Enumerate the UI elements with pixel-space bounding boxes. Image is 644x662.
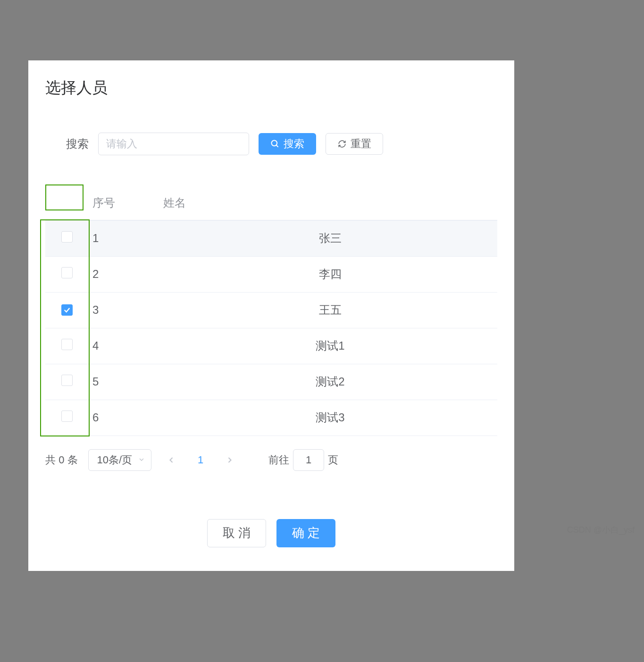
current-page[interactable]: 1	[191, 454, 210, 466]
search-label: 搜索	[66, 136, 89, 151]
search-icon	[270, 139, 280, 149]
table-row[interactable]: 5 测试2	[45, 364, 497, 400]
row-checkbox[interactable]	[61, 375, 73, 386]
cell-index: 4	[90, 328, 160, 364]
modal-title: 选择人员	[28, 77, 514, 99]
svg-point-0	[272, 141, 277, 146]
modal-footer: 取 消 确 定	[28, 519, 514, 547]
cancel-button[interactable]: 取 消	[207, 519, 266, 547]
cell-name: 测试1	[160, 328, 497, 364]
page-size-select[interactable]: 10条/页	[88, 449, 152, 471]
table-row[interactable]: 1 张三	[45, 220, 497, 256]
table-row[interactable]: 4 测试1	[45, 328, 497, 364]
col-name-header: 姓名	[160, 185, 497, 220]
row-checkbox[interactable]	[61, 411, 73, 422]
reset-icon	[337, 139, 347, 149]
goto-suffix: 页	[328, 453, 338, 467]
row-checkbox[interactable]	[61, 267, 73, 278]
row-checkbox[interactable]	[61, 339, 73, 350]
cell-name: 王五	[160, 292, 497, 328]
table-row[interactable]: 2 李四	[45, 256, 497, 292]
select-person-modal: 选择人员 搜索 搜索 重置 序号 姓名	[28, 60, 514, 571]
next-page-button[interactable]	[220, 451, 239, 469]
row-checkbox[interactable]	[61, 304, 73, 316]
cell-index: 3	[90, 292, 160, 328]
reset-button[interactable]: 重置	[326, 133, 383, 155]
cell-index: 1	[90, 220, 160, 256]
pager-goto: 前往 页	[268, 449, 338, 471]
cell-index: 6	[90, 400, 160, 436]
table-row[interactable]: 3 王五	[45, 292, 497, 328]
table-row[interactable]: 6 测试3	[45, 400, 497, 436]
search-button[interactable]: 搜索	[259, 133, 316, 155]
watermark: CSDN @小白_ysf	[567, 524, 635, 536]
reset-button-label: 重置	[351, 137, 371, 151]
table-wrap: 序号 姓名 1 张三 2 李四 3 王五	[28, 185, 514, 436]
page-size-label: 10条/页	[97, 453, 133, 467]
search-input[interactable]	[98, 133, 249, 155]
col-index-header: 序号	[90, 185, 160, 220]
search-button-label: 搜索	[284, 137, 304, 151]
confirm-button[interactable]: 确 定	[276, 519, 335, 547]
chevron-down-icon	[138, 454, 145, 466]
cell-index: 5	[90, 364, 160, 400]
col-checkbox-header	[45, 185, 90, 220]
goto-page-input[interactable]	[293, 449, 324, 471]
cell-name: 李四	[160, 256, 497, 292]
cell-name: 张三	[160, 220, 497, 256]
pager-total: 共 0 条	[45, 453, 78, 467]
search-row: 搜索 搜索 重置	[28, 133, 514, 155]
svg-line-1	[276, 145, 278, 147]
pagination: 共 0 条 10条/页 1 前往 页	[28, 449, 514, 471]
row-checkbox[interactable]	[61, 231, 73, 243]
goto-prefix: 前往	[268, 453, 289, 467]
prev-page-button[interactable]	[162, 451, 181, 469]
cell-name: 测试2	[160, 364, 497, 400]
person-table: 序号 姓名 1 张三 2 李四 3 王五	[45, 185, 497, 436]
cell-name: 测试3	[160, 400, 497, 436]
cell-index: 2	[90, 256, 160, 292]
